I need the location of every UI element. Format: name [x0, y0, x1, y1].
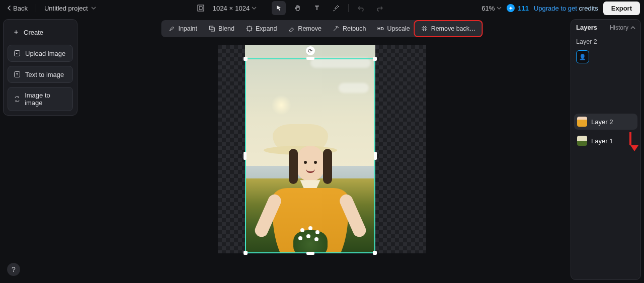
- history-label: History: [610, 24, 628, 31]
- plus-icon: ＋: [13, 28, 20, 37]
- layer-name: Layer 2: [591, 118, 613, 126]
- blend-icon: [208, 25, 215, 32]
- text-tool-button[interactable]: [310, 1, 324, 15]
- upscale-label: Upscale: [387, 25, 410, 32]
- upgrade-prefix: Upgrade to get: [534, 5, 579, 12]
- upload-image-button[interactable]: Upload image: [8, 45, 73, 62]
- redo-button[interactable]: [373, 1, 387, 15]
- blend-tool[interactable]: Blend: [203, 22, 239, 35]
- undo-button[interactable]: [354, 1, 368, 15]
- history-toggle[interactable]: History: [610, 24, 635, 31]
- text-icon: [13, 70, 21, 78]
- layer-item-1[interactable]: Layer 1: [574, 133, 637, 149]
- hd-icon: HD: [377, 25, 384, 32]
- text-to-image-button[interactable]: Text to image: [8, 66, 73, 83]
- upgrade-suffix: credits: [579, 5, 598, 12]
- image-to-image-button[interactable]: Image to image: [8, 87, 73, 111]
- create-button[interactable]: ＋ Create: [8, 24, 73, 41]
- chevron-down-icon: [252, 6, 257, 11]
- expand-icon: [246, 25, 253, 32]
- resize-handle-tl[interactable]: [244, 57, 248, 61]
- hand-tool-button[interactable]: [291, 1, 305, 15]
- eyedropper-tool-button[interactable]: [329, 1, 343, 15]
- selection-box[interactable]: ⟳: [245, 58, 375, 253]
- help-button[interactable]: ?: [7, 263, 20, 276]
- layers-title: Layers: [576, 24, 597, 31]
- text-icon: [313, 5, 320, 12]
- redo-icon: [376, 5, 383, 12]
- upload-label: Upload image: [25, 50, 65, 57]
- remove-label: Remove: [298, 25, 321, 32]
- canvas-size-dropdown[interactable]: 1024 × 1024: [213, 5, 257, 12]
- layer-thumbnail: [577, 117, 587, 127]
- canvas[interactable]: ⟳: [218, 45, 426, 253]
- layer-thumbnail: [577, 136, 587, 146]
- svg-rect-0: [198, 5, 204, 11]
- brush-icon: [168, 25, 175, 32]
- zoom-dropdown[interactable]: 61%: [481, 5, 502, 12]
- help-icon: ?: [12, 265, 16, 273]
- back-label: Back: [13, 5, 28, 12]
- expand-label: Expand: [256, 25, 277, 32]
- layer-name: Layer 1: [591, 137, 613, 145]
- wand-icon: [333, 25, 340, 32]
- project-name-dropdown[interactable]: Untitled project: [41, 3, 99, 14]
- upload-icon: [13, 49, 21, 57]
- right-panel: Layers History Layer 2 👤 Layer 2 Layer 1: [571, 19, 641, 280]
- upscale-tool[interactable]: HD Upscale: [372, 22, 415, 35]
- selected-layer-thumbnail[interactable]: 👤: [576, 50, 589, 63]
- retouch-label: Retouch: [343, 25, 366, 32]
- svg-point-6: [423, 28, 426, 30]
- svg-rect-5: [247, 27, 251, 31]
- hand-icon: [294, 5, 301, 12]
- remove-background-tool[interactable]: Remove back…: [416, 22, 481, 35]
- remove-bg-icon: [421, 25, 428, 32]
- retouch-tool[interactable]: Retouch: [328, 22, 371, 35]
- divider: [348, 4, 349, 12]
- fit-canvas-button[interactable]: [194, 1, 208, 15]
- resize-handle-tr[interactable]: [373, 57, 377, 61]
- select-tool-button[interactable]: [272, 1, 286, 15]
- img2img-label: Image to image: [25, 91, 67, 107]
- back-button[interactable]: Back: [4, 3, 31, 14]
- resize-handle-bottom[interactable]: [306, 252, 314, 255]
- remove-bg-label: Remove back…: [431, 25, 476, 32]
- undo-icon: [357, 5, 364, 12]
- left-panel: ＋ Create Upload image Text to image Imag…: [3, 19, 77, 116]
- canvas-height: 1024: [235, 5, 250, 12]
- resize-handle-right[interactable]: [374, 152, 377, 160]
- resize-handle-bl[interactable]: [244, 251, 248, 255]
- chevron-up-icon: [630, 25, 635, 30]
- chevron-down-icon: [91, 6, 96, 11]
- canvas-width: 1024: [213, 5, 227, 12]
- upgrade-link[interactable]: Upgrade to get credits: [534, 5, 598, 12]
- export-label: Export: [611, 5, 632, 12]
- inpaint-tool[interactable]: Inpaint: [163, 22, 202, 35]
- remove-tool[interactable]: Remove: [283, 22, 327, 35]
- resize-handle-left[interactable]: [244, 152, 247, 160]
- fit-icon: [197, 5, 204, 12]
- eyedropper-icon: [333, 5, 340, 12]
- credits-count: 111: [518, 5, 529, 12]
- cursor-icon: [275, 5, 282, 12]
- eraser-icon: [288, 25, 295, 32]
- resize-handle-br[interactable]: [373, 251, 377, 255]
- create-label: Create: [24, 29, 43, 36]
- selected-layer-label: Layer 2: [571, 35, 640, 48]
- rotate-handle[interactable]: ⟳: [306, 46, 315, 55]
- layer-item-2[interactable]: Layer 2: [574, 114, 637, 130]
- credits-icon: ✦: [507, 4, 515, 12]
- divider: [36, 4, 36, 12]
- blend-label: Blend: [218, 25, 234, 32]
- svg-rect-1: [15, 51, 20, 56]
- top-bar: Back Untitled project 1024 × 1024: [0, 0, 644, 16]
- chevron-down-icon: [497, 6, 502, 11]
- resize-handle-top[interactable]: [306, 57, 314, 60]
- chevron-left-icon: [7, 6, 11, 11]
- text2img-label: Text to image: [25, 71, 64, 78]
- project-name-label: Untitled project: [44, 5, 88, 12]
- export-button[interactable]: Export: [603, 2, 640, 15]
- credits-display: ✦ 111: [507, 4, 529, 12]
- expand-tool[interactable]: Expand: [240, 22, 282, 35]
- zoom-value: 61%: [481, 5, 495, 12]
